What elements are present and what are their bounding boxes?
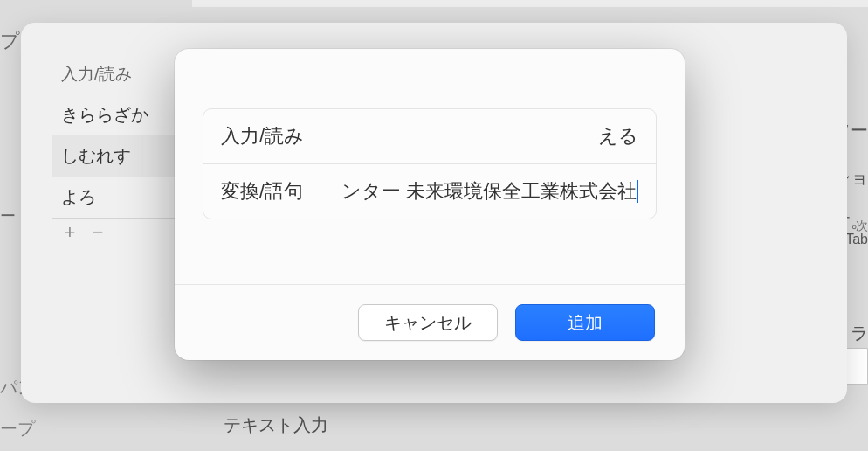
reading-input[interactable]	[314, 125, 638, 148]
bg-section-label: テキスト入力	[224, 413, 328, 437]
bg-fragment: ー	[0, 205, 16, 226]
bg-top-strip	[192, 0, 868, 7]
remove-icon[interactable]: −	[86, 220, 110, 245]
cancel-button[interactable]: キャンセル	[358, 304, 498, 341]
add-icon[interactable]: +	[58, 220, 82, 245]
reading-row: 入力/読み	[203, 109, 656, 163]
field-group: 入力/読み 変換/語句	[203, 108, 657, 219]
dialog-body: 入力/読み 変換/語句	[175, 49, 685, 284]
reading-label: 入力/読み	[221, 123, 304, 149]
add-button[interactable]: 追加	[515, 304, 655, 341]
dialog-footer: キャンセル 追加	[175, 285, 685, 360]
bg-fragment: Tab	[845, 232, 868, 247]
bg-fragment: ープ	[0, 417, 35, 441]
add-word-dialog: 入力/読み 変換/語句 キャンセル 追加	[175, 49, 685, 360]
word-label: 変換/語句	[221, 178, 303, 205]
word-input[interactable]	[313, 180, 638, 203]
word-row: 変換/語句	[203, 163, 656, 219]
